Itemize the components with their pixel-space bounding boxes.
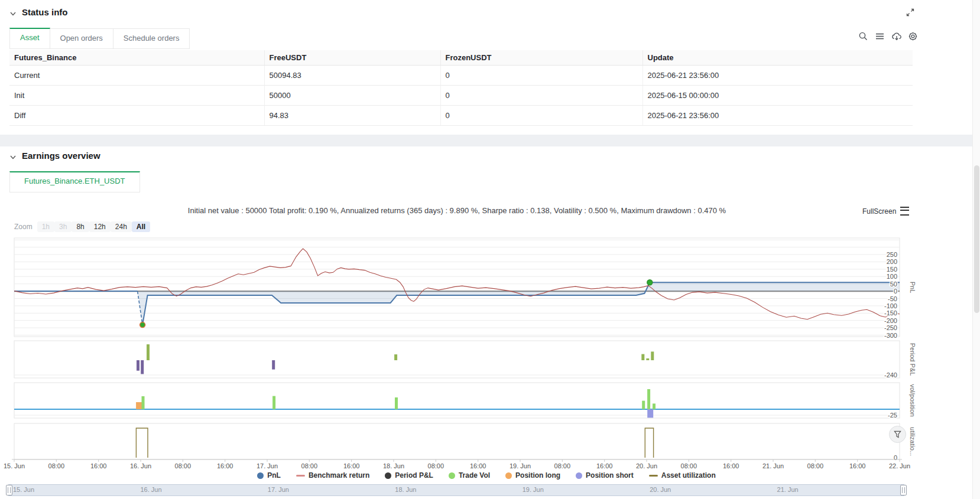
navigator-label: 20. Jun (650, 486, 671, 493)
legend-item-benchmark-return[interactable]: Benchmark return (296, 471, 369, 480)
x-axis-label: 08:00 (301, 462, 318, 469)
table-row-current: Current 50094.83 0 2025-06-21 23:56:00 (9, 66, 913, 86)
cell-update: 2025-06-15 00:00:00 (642, 86, 913, 106)
x-axis-label: 18. Jun (383, 462, 404, 469)
svg-text:50: 50 (890, 281, 897, 288)
legend-label: PnL (267, 471, 281, 480)
navigator-label: 21. Jun (777, 486, 799, 493)
navigator-label: 17. Jun (268, 486, 289, 493)
collapse-chevron-icon[interactable] (9, 152, 17, 159)
navigator-right-handle[interactable] (900, 485, 907, 495)
x-axis-label: 16:00 (596, 462, 613, 469)
filter-float-button[interactable] (889, 426, 906, 443)
chart-legend: PnLBenchmark returnPeriod P&LTrade VolPo… (30, 471, 943, 480)
pnl-marker (647, 280, 653, 285)
search-icon[interactable] (858, 31, 868, 41)
x-axis-label: 08:00 (175, 462, 192, 469)
page-scrollbar[interactable] (972, 0, 980, 499)
x-axis-label: 08:00 (807, 462, 824, 469)
chart-navigator[interactable]: 15. Jun16. Jun17. Jun18. Jun19. Jun20. J… (8, 484, 904, 496)
x-axis-label: 16:00 (343, 462, 360, 469)
x-axis-label: 22. Jun (889, 462, 910, 469)
tab-schedule-orders[interactable]: Schedule orders (113, 28, 190, 49)
menu-icon[interactable] (875, 31, 885, 41)
cell-frozen: 0 (440, 86, 642, 106)
tab-asset[interactable]: Asset (9, 28, 50, 49)
x-axis-label: 16:00 (723, 462, 739, 469)
cell-free: 50000 (264, 86, 440, 106)
status-info-header: Status info (9, 7, 68, 17)
svg-text:-25: -25 (888, 412, 897, 419)
zoom-button-8h[interactable]: 8h (72, 221, 89, 232)
cloud-download-icon[interactable] (891, 31, 901, 41)
legend-label: Position long (515, 471, 560, 480)
zoom-button-12h[interactable]: 12h (89, 221, 111, 232)
legend-item-position-long[interactable]: Position long (505, 471, 560, 480)
legend-item-trade-vol[interactable]: Trade Vol (449, 471, 490, 480)
cell-free: 94.83 (264, 106, 440, 126)
x-axis-label: 08:00 (554, 462, 571, 469)
svg-text:150: 150 (887, 266, 897, 273)
legend-item-asset-utilization[interactable]: Asset utilization (649, 471, 716, 480)
svg-text:0: 0 (894, 288, 897, 295)
x-axis-label: 16:00 (849, 462, 866, 469)
legend-label: Asset utilization (661, 471, 716, 480)
zoom-button-24h[interactable]: 24h (111, 221, 132, 232)
col-header-freeusdt: FreeUSDT (264, 50, 440, 66)
row-label-init: Init (9, 86, 264, 106)
x-axis-label: 08:00 (681, 462, 697, 469)
x-axis-label: 16. Jun (130, 462, 151, 469)
performance-stats: Initial net value : 50000 Total profit: … (14, 206, 900, 215)
legend-label: Position short (586, 471, 634, 480)
col-header-futures-binance: Futures_Binance (9, 50, 264, 66)
section-title: Earnings overview (22, 151, 100, 161)
axis-title-period_pnl: Period P&L (909, 343, 916, 376)
table-row-diff: Diff 94.83 0 2025-06-21 23:56:00 (9, 106, 913, 126)
x-axis-label: 20. Jun (636, 462, 657, 469)
table-row-init: Init 50000 0 2025-06-15 00:00:00 (9, 86, 913, 106)
svg-text:-50: -50 (888, 295, 897, 302)
cell-update: 2025-06-21 23:56:00 (642, 106, 913, 126)
scrollbar-thumb[interactable] (974, 165, 979, 313)
collapse-chevron-icon[interactable] (9, 9, 17, 16)
x-axis-label: 08:00 (48, 462, 65, 469)
chart-menu-icon[interactable] (900, 207, 909, 216)
svg-text:-100: -100 (884, 302, 897, 309)
legend-marker (649, 475, 658, 477)
fullscreen-control[interactable]: FullScreen (862, 207, 909, 216)
section-divider (0, 135, 973, 146)
svg-text:200: 200 (887, 258, 897, 265)
gear-icon[interactable] (908, 31, 918, 41)
earnings-chart[interactable]: 250200150100500-50-100-150-200-250-300Pn… (0, 234, 980, 470)
legend-item-period-p-l[interactable]: Period P&L (385, 471, 433, 480)
x-axis-label: 16:00 (90, 462, 107, 469)
cell-frozen: 0 (440, 106, 642, 126)
cell-free: 50094.83 (264, 66, 440, 86)
zoom-label: Zoom (14, 223, 33, 231)
trading-dashboard: Status info Asset Open orders Schedule o… (0, 0, 980, 499)
legend-item-position-short[interactable]: Position short (576, 471, 634, 480)
zoom-button-1h[interactable]: 1h (37, 221, 54, 232)
axis-title-vol_position: vol/position (909, 384, 916, 416)
x-axis-label: 08:00 (428, 462, 444, 469)
expand-icon[interactable] (906, 8, 916, 18)
legend-label: Benchmark return (309, 471, 369, 480)
navigator-label: 19. Jun (523, 486, 544, 493)
table-header-row: Futures_Binance FreeUSDT FrozenUSDT Upda… (9, 50, 913, 66)
legend-item-pnl[interactable]: PnL (257, 471, 281, 480)
cell-frozen: 0 (440, 66, 642, 86)
svg-text:-200: -200 (884, 317, 897, 324)
x-axis-label: 21. Jun (762, 462, 784, 469)
fullscreen-label[interactable]: FullScreen (862, 207, 896, 216)
tab-futures-binance-eth-usdt[interactable]: Futures_Binance.ETH_USDT (9, 171, 140, 193)
navigator-left-handle[interactable] (6, 485, 12, 495)
svg-text:250: 250 (887, 251, 897, 258)
zoom-button-3h[interactable]: 3h (54, 221, 72, 232)
navigator-label: 16. Jun (140, 486, 161, 493)
row-label-current[interactable]: Current (9, 66, 264, 86)
zoom-button-all[interactable]: All (132, 221, 150, 232)
tab-open-orders[interactable]: Open orders (50, 28, 113, 49)
funnel-icon (894, 430, 901, 438)
x-axis-label: 16:00 (470, 462, 486, 469)
navigator-label: 18. Jun (395, 486, 416, 493)
